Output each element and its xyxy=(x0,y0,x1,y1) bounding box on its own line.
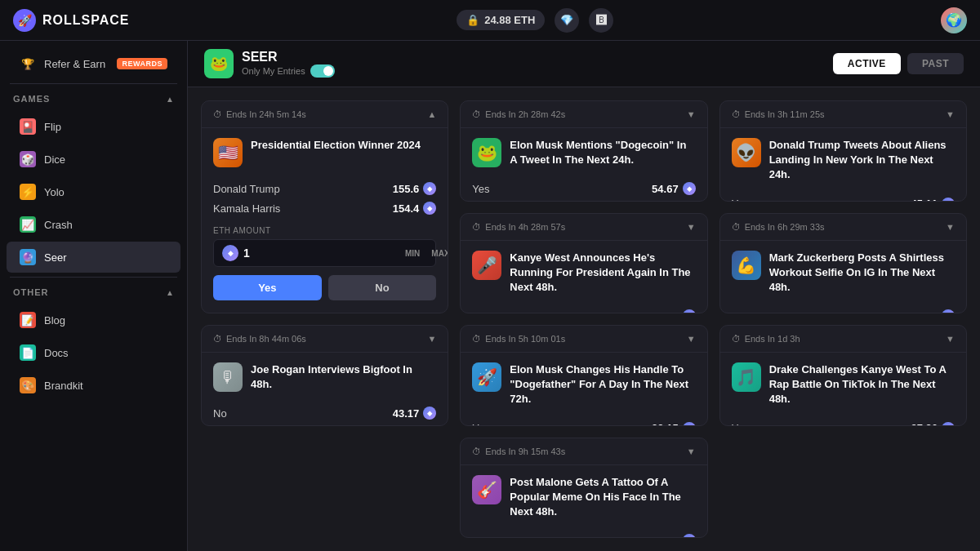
card1-timer: ⏱ Ends In 24h 5m 14s xyxy=(213,109,306,119)
card7-chevron[interactable]: ▼ xyxy=(427,334,436,344)
gem-button[interactable]: 💎 xyxy=(555,8,579,33)
b-button[interactable]: 🅱 xyxy=(589,8,613,33)
card2-opt0-num: 54.67 xyxy=(652,183,679,195)
vote-yes-button[interactable]: Yes xyxy=(213,275,322,300)
yolo-label: Yolo xyxy=(44,186,167,198)
timer-icon-5: ⏱ xyxy=(472,334,481,344)
card1-timer-text: Ends In 24h 5m 14s xyxy=(226,109,306,119)
eth-input-label: ETH AMOUNT xyxy=(213,226,436,235)
card-presidential: ⏱ Ends In 24h 5m 14s ▲ 🇺🇸 Presidential E… xyxy=(201,100,448,313)
card-kanye: ⏱ Ends In 4h 28m 57s ▼ 🎤 Kanye West Anno… xyxy=(460,213,707,314)
tab-past[interactable]: PAST xyxy=(907,53,964,74)
seer-tabs: ACTIVE PAST xyxy=(833,53,964,74)
card7-timer-text: Ends In 8h 44m 06s xyxy=(226,334,306,344)
card4-body: 🎤 Kanye West Announces He's Running For … xyxy=(461,241,706,314)
card3-body: 👽 Donald Trump Tweets About Aliens Landi… xyxy=(720,128,966,202)
docs-label: Docs xyxy=(44,347,167,359)
other-section-header[interactable]: OTHER ▲ xyxy=(0,281,187,304)
sidebar-item-flip[interactable]: 🎴 Flip xyxy=(7,111,180,142)
card7-title-row: 🎙 Joe Rogan Interviews Bigfoot In 48h. xyxy=(213,362,436,392)
card1-opt1-label: Kamala Harris xyxy=(213,202,280,215)
trophy-icon: 🏆 xyxy=(20,56,36,72)
card1-option-0: Donald Trump 155.6 ◆ xyxy=(213,179,436,198)
card3-timer: ⏱ Ends In 3h 11m 25s xyxy=(732,109,825,119)
blog-icon: 📝 xyxy=(20,312,36,328)
card5-chevron[interactable]: ▼ xyxy=(687,334,696,344)
card6-opt0-num: 64.21 xyxy=(911,310,938,313)
card6-title: Mark Zuckerberg Posts A Shirtless Workou… xyxy=(769,251,955,295)
card-zuckerberg: ⏱ Ends In 6h 29m 33s ▼ 💪 Mark Zuckerberg… xyxy=(719,213,967,314)
card1-chevron-up[interactable]: ▲ xyxy=(427,109,436,119)
card8-chevron[interactable]: ▼ xyxy=(687,447,696,456)
card1-avatar: 🇺🇸 xyxy=(213,138,243,167)
seer-label: Seer xyxy=(44,251,167,264)
card7-timer: ⏱ Ends In 8h 44m 06s xyxy=(213,334,306,344)
tab-active[interactable]: ACTIVE xyxy=(833,53,901,74)
dice-label: Dice xyxy=(44,153,167,166)
logo-icon: 🚀 xyxy=(13,9,36,32)
card6-header: ⏱ Ends In 6h 29m 33s ▼ xyxy=(720,214,966,241)
sidebar-item-dice[interactable]: 🎲 Dice xyxy=(7,144,180,175)
card7-opt0-num: 43.17 xyxy=(393,407,420,420)
card2-chevron[interactable]: ▼ xyxy=(687,109,696,119)
logo-text: ROLLSPACE xyxy=(42,13,129,28)
timer-icon-1: ⏱ xyxy=(213,109,222,119)
vote-no-button[interactable]: No xyxy=(328,275,437,300)
content-area: 🐸 SEER Only My Entries ACTIVE PAST xyxy=(188,41,980,551)
card4-timer: ⏱ Ends In 4h 28m 57s xyxy=(472,222,565,232)
sidebar-item-docs[interactable]: 📄 Docs xyxy=(7,337,180,368)
card9-avatar: 🎵 xyxy=(732,362,761,392)
card7-opt0-label: No xyxy=(213,407,227,420)
sidebar-item-refer-earn[interactable]: 🏆 Refer & Earn REWARDS xyxy=(7,48,180,79)
sidebar: 🏆 Refer & Earn REWARDS GAMES ▲ 🎴 Flip 🎲 … xyxy=(0,41,188,551)
sidebar-item-yolo[interactable]: ⚡ Yolo xyxy=(7,176,180,207)
card9-chevron[interactable]: ▼ xyxy=(946,334,955,344)
eth-input-row: ◆ MIN MAX xyxy=(213,239,436,267)
card7-title: Joe Rogan Interviews Bigfoot In 48h. xyxy=(251,362,436,392)
eth-dot-8a: ◆ xyxy=(683,534,696,538)
seer-name: SEER xyxy=(242,50,335,64)
user-avatar[interactable]: 🌍 xyxy=(941,7,967,33)
seer-left: 🐸 SEER Only My Entries xyxy=(204,49,335,78)
only-my-entries-toggle[interactable] xyxy=(310,64,335,78)
min-btn[interactable]: MIN xyxy=(402,247,423,260)
timer-icon-9: ⏱ xyxy=(732,334,741,344)
brandkit-label: Brandkit xyxy=(44,380,167,392)
sidebar-divider-1 xyxy=(10,83,177,84)
sidebar-item-seer[interactable]: 🔮 Seer xyxy=(7,242,180,273)
sidebar-item-blog[interactable]: 📝 Blog xyxy=(7,304,180,335)
card1-vote-buttons: Yes No xyxy=(213,275,436,300)
card9-timer-text: Ends In 1d 3h xyxy=(745,334,800,344)
card6-timer-text: Ends In 6h 29m 33s xyxy=(745,222,825,232)
timer-icon-8: ⏱ xyxy=(472,447,481,456)
dice-icon: 🎲 xyxy=(20,151,36,167)
eth-dot-2a: ◆ xyxy=(683,182,696,195)
other-label: OTHER xyxy=(13,287,49,297)
card6-opt0-val: 64.21 ◆ xyxy=(911,309,955,313)
eth-dot-5a: ◆ xyxy=(683,422,696,426)
card6-option-0: Yes 64.21 ◆ xyxy=(732,306,955,313)
card3-avatar: 👽 xyxy=(732,138,761,167)
card6-chevron[interactable]: ▼ xyxy=(946,222,955,232)
max-btn[interactable]: MAX xyxy=(428,247,448,260)
card4-chevron[interactable]: ▼ xyxy=(687,222,696,232)
card4-opt0-val: 12.67 ◆ xyxy=(652,309,696,313)
card7-opt0-val: 43.17 ◆ xyxy=(393,407,437,420)
card3-chevron[interactable]: ▼ xyxy=(946,109,955,119)
card8-header: ⏱ Ends In 9h 15m 43s ▼ xyxy=(461,438,706,465)
card2-title-row: 🐸 Elon Musk Mentions "Dogecoin" In A Twe… xyxy=(472,138,695,167)
card5-timer-text: Ends In 5h 10m 01s xyxy=(485,334,565,344)
sidebar-item-crash[interactable]: 📈 Crash xyxy=(7,209,180,240)
seer-icon: 🔮 xyxy=(20,249,36,265)
card1-opt1-num: 154.4 xyxy=(393,202,420,215)
card5-body: 🚀 Elon Musk Changes His Handle To "Dogef… xyxy=(461,353,706,426)
card8-opt0-num: 73.13 xyxy=(652,535,679,538)
logo-area: 🚀 ROLLSPACE xyxy=(13,9,129,32)
card1-header: ⏱ Ends In 24h 5m 14s ▲ xyxy=(202,101,448,128)
sidebar-item-brandkit[interactable]: 🎨 Brandkit xyxy=(7,370,180,401)
card5-title-row: 🚀 Elon Musk Changes His Handle To "Dogef… xyxy=(472,362,695,407)
only-my-entries-text: Only My Entries xyxy=(242,66,305,76)
eth-dot-6a: ◆ xyxy=(942,309,955,313)
eth-input-field[interactable] xyxy=(243,247,397,260)
games-section-header[interactable]: GAMES ▲ xyxy=(0,87,187,110)
